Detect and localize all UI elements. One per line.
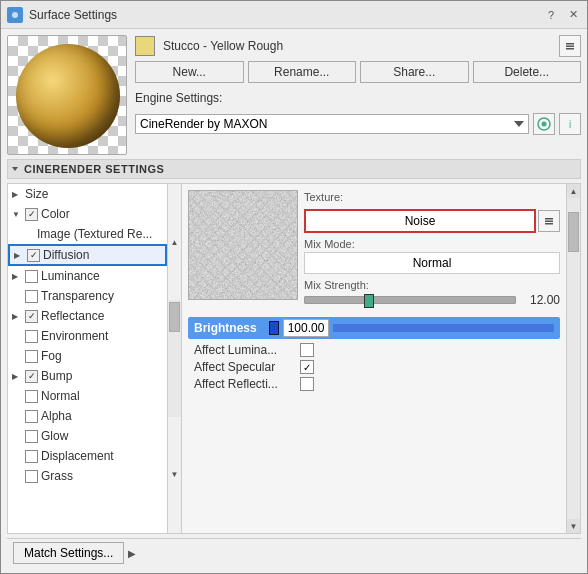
texture-menu-button[interactable] — [538, 210, 560, 232]
material-color-swatch[interactable] — [135, 36, 155, 56]
help-button[interactable]: ? — [543, 7, 559, 23]
bump-checkbox[interactable]: ✓ — [25, 370, 38, 383]
material-name: Stucco - Yellow Rough — [159, 37, 555, 55]
list-item-alpha[interactable]: ▶ Alpha — [8, 406, 167, 426]
material-preview — [7, 35, 127, 155]
right-scroll-down-button[interactable]: ▼ — [567, 519, 580, 533]
cinerender-header[interactable]: CINERENDER SETTINGS — [7, 159, 581, 179]
svg-rect-3 — [566, 46, 574, 48]
bottom-section: ▶ Size ▼ ✓ Color Image (Textured Re... — [7, 183, 581, 534]
displacement-checkbox[interactable] — [25, 450, 38, 463]
surface-settings-window: Surface Settings ? ✕ Stucco - Yellow Rou… — [0, 0, 588, 574]
right-scroll-thumb[interactable] — [568, 212, 579, 252]
list-item-normal[interactable]: ▶ Normal — [8, 386, 167, 406]
affect-specular-check[interactable]: ✓ — [300, 360, 314, 374]
list-item-image[interactable]: Image (Textured Re... — [8, 224, 167, 244]
affect-specular-label: Affect Specular — [194, 360, 294, 374]
list-item-grass[interactable]: ▶ Grass — [8, 466, 167, 486]
affect-lumina-check[interactable] — [300, 343, 314, 357]
affect-lumina-row: Affect Lumina... — [194, 343, 554, 357]
glow-checkbox[interactable] — [25, 430, 38, 443]
left-scrollbar[interactable]: ▲ ▼ — [168, 183, 182, 534]
svg-rect-4 — [566, 48, 574, 50]
list-item-environment[interactable]: ▶ Environment — [8, 326, 167, 346]
grass-checkbox[interactable] — [25, 470, 38, 483]
share-button[interactable]: Share... — [360, 61, 469, 83]
delete-button[interactable]: Delete... — [473, 61, 582, 83]
menu-icon — [565, 41, 575, 51]
texture-controls: Texture: Noise — [304, 190, 560, 307]
texture-label-row: Texture: — [304, 190, 560, 204]
material-name-row: Stucco - Yellow Rough — [135, 35, 581, 57]
arrow-icon: ▶ — [12, 372, 22, 381]
luminance-checkbox[interactable] — [25, 270, 38, 283]
list-item-size[interactable]: ▶ Size — [8, 184, 167, 204]
fog-checkbox[interactable] — [25, 350, 38, 363]
mix-mode-value: Normal — [304, 252, 560, 274]
engine-info-button[interactable]: i — [559, 113, 581, 135]
mix-strength-row: Mix Strength: 12.00 — [304, 279, 560, 307]
match-arrow-icon[interactable]: ▶ — [128, 548, 136, 559]
scroll-down-button[interactable]: ▼ — [168, 417, 181, 533]
right-detail-panel: Texture: Noise — [182, 183, 581, 534]
scroll-up-button[interactable]: ▲ — [168, 184, 181, 300]
brightness-label: Brightness — [194, 321, 257, 335]
list-item-glow[interactable]: ▶ Glow — [8, 426, 167, 446]
window-icon — [7, 7, 23, 23]
brightness-fill — [333, 324, 554, 332]
main-content: Stucco - Yellow Rough New... Rename... S… — [1, 29, 587, 573]
rename-button[interactable]: Rename... — [248, 61, 357, 83]
normal-checkbox[interactable] — [25, 390, 38, 403]
texture-preview — [188, 190, 298, 300]
cinerender-label: CINERENDER SETTINGS — [24, 163, 164, 175]
brightness-section: Brightness 100.00 Affect Lumi — [182, 313, 566, 399]
brightness-value[interactable]: 100.00 — [283, 319, 330, 337]
engine-select-row: CineRender by MAXON i — [135, 113, 581, 135]
affect-reflecti-row: Affect Reflecti... — [194, 377, 554, 391]
list-item-fog[interactable]: ▶ Fog — [8, 346, 167, 366]
arrow-icon: ▶ — [12, 312, 22, 321]
svg-rect-8 — [545, 218, 553, 220]
close-button[interactable]: ✕ — [565, 7, 581, 23]
affect-rows: Affect Lumina... Affect Specular ✓ Affec… — [188, 343, 560, 395]
mix-strength-slider-row: 12.00 — [304, 293, 560, 307]
material-menu-button[interactable] — [559, 35, 581, 57]
affect-specular-row: Affect Specular ✓ — [194, 360, 554, 374]
mix-mode-row: Mix Mode: Normal — [304, 238, 560, 274]
right-scrollbar[interactable]: ▲ ▼ — [566, 184, 580, 533]
engine-settings-row: Engine Settings: — [135, 91, 581, 105]
list-item-diffusion[interactable]: ▶ ✓ Diffusion — [8, 244, 167, 266]
reflectance-checkbox[interactable]: ✓ — [25, 310, 38, 323]
engine-label: Engine Settings: — [135, 91, 222, 105]
new-button[interactable]: New... — [135, 61, 244, 83]
right-scroll-up-button[interactable]: ▲ — [567, 184, 580, 198]
mix-strength-track[interactable] — [304, 296, 516, 304]
diffusion-checkbox[interactable]: ✓ — [27, 249, 40, 262]
list-item-displacement[interactable]: ▶ Displacement — [8, 446, 167, 466]
list-item-bump[interactable]: ▶ ✓ Bump — [8, 366, 167, 386]
svg-point-1 — [12, 12, 18, 18]
list-item-transparency[interactable]: ▶ Transparency — [8, 286, 167, 306]
mix-mode-label: Mix Mode: — [304, 238, 560, 250]
list-item-luminance[interactable]: ▶ Luminance — [8, 266, 167, 286]
list-item-reflectance[interactable]: ▶ ✓ Reflectance — [8, 306, 167, 326]
match-settings-button[interactable]: Match Settings... — [13, 542, 124, 564]
left-list: ▶ Size ▼ ✓ Color Image (Textured Re... — [7, 183, 168, 534]
engine-select[interactable]: CineRender by MAXON — [135, 114, 529, 134]
texture-value[interactable]: Noise — [304, 209, 536, 233]
color-checkbox[interactable]: ✓ — [25, 208, 38, 221]
title-bar: Surface Settings ? ✕ — [1, 1, 587, 29]
environment-checkbox[interactable] — [25, 330, 38, 343]
mix-strength-thumb[interactable] — [364, 294, 374, 308]
transparency-checkbox[interactable] — [25, 290, 38, 303]
svg-rect-2 — [566, 43, 574, 45]
brightness-thumb[interactable] — [269, 321, 279, 335]
collapse-icon — [10, 164, 20, 174]
list-item-color[interactable]: ▼ ✓ Color — [8, 204, 167, 224]
arrow-icon: ▶ — [12, 190, 22, 199]
window-title: Surface Settings — [29, 8, 537, 22]
alpha-checkbox[interactable] — [25, 410, 38, 423]
texture-input-row: Noise — [304, 209, 560, 233]
affect-reflecti-check[interactable] — [300, 377, 314, 391]
engine-dot-button[interactable] — [533, 113, 555, 135]
